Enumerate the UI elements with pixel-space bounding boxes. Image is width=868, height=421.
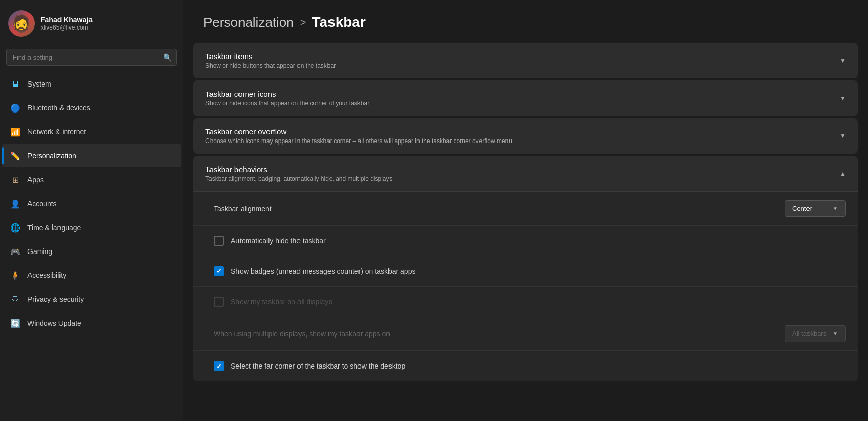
multiple-displays-row: When using multiple displays, show my ta… <box>193 317 858 351</box>
taskbar-items-chevron: ▼ <box>840 57 846 64</box>
accessibility-icon: 🧍 <box>10 270 20 280</box>
taskbar-behaviors-chevron: ▲ <box>840 170 846 177</box>
user-info: Fahad Khawaja xlive65@live.com <box>41 16 93 31</box>
system-icon: 🖥 <box>10 79 20 89</box>
sidebar-item-label: System <box>27 80 51 88</box>
taskbar-corner-overflow-header[interactable]: Taskbar corner overflow Choose which ico… <box>193 118 858 154</box>
alignment-row: Taskbar alignment Center ▼ <box>193 192 858 226</box>
user-name: Fahad Khawaja <box>41 16 93 24</box>
privacy-icon: 🛡 <box>10 294 20 304</box>
bluetooth-icon: 🔵 <box>10 103 20 113</box>
taskbar-items-header[interactable]: Taskbar items Show or hide buttons that … <box>193 43 858 78</box>
sidebar-item-label: Apps <box>27 176 44 184</box>
multiple-displays-dropdown[interactable]: All taskbars ▼ <box>785 325 846 342</box>
taskbar-corner-icons-title: Taskbar corner icons <box>205 90 369 98</box>
sidebar-item-label: Personalization <box>27 152 76 160</box>
user-email: xlive65@live.com <box>41 24 93 31</box>
main-content: Personalization > Taskbar Taskbar items … <box>183 0 868 421</box>
taskbar-behaviors-info: Taskbar behaviors Taskbar alignment, bad… <box>205 165 393 182</box>
alignment-value: Center <box>792 205 812 212</box>
search-box: 🔍 <box>6 49 177 66</box>
sidebar-item-time[interactable]: 🌐 Time & language <box>2 216 181 239</box>
taskbar-items-info: Taskbar items Show or hide buttons that … <box>205 52 336 69</box>
taskbar-corner-overflow-section: Taskbar corner overflow Choose which ico… <box>193 118 858 154</box>
sidebar-item-label: Windows Update <box>27 319 81 327</box>
alignment-dropdown[interactable]: Center ▼ <box>785 200 846 217</box>
taskbar-corner-icons-chevron: ▼ <box>840 95 846 102</box>
badges-row[interactable]: Show badges (unread messages counter) on… <box>193 256 858 287</box>
network-icon: 📶 <box>10 127 20 137</box>
sidebar-item-label: Gaming <box>27 247 52 256</box>
sidebar-item-bluetooth[interactable]: 🔵 Bluetooth & devices <box>2 96 181 120</box>
far-corner-checkbox[interactable] <box>214 361 224 371</box>
taskbar-corner-icons-section: Taskbar corner icons Show or hide icons … <box>193 80 858 116</box>
nav-menu: 🖥 System 🔵 Bluetooth & devices 📶 Network… <box>0 72 183 335</box>
all-displays-checkbox[interactable] <box>214 297 224 307</box>
settings-container: Taskbar items Show or hide buttons that … <box>183 43 868 404</box>
breadcrumb-parent[interactable]: Personalization <box>203 15 294 31</box>
taskbar-corner-icons-desc: Show or hide icons that appear on the co… <box>205 100 369 107</box>
sidebar-item-accounts[interactable]: 👤 Accounts <box>2 192 181 215</box>
sidebar-item-label: Privacy & security <box>27 295 84 303</box>
far-corner-label: Select the far corner of the taskbar to … <box>231 362 405 370</box>
taskbar-corner-overflow-desc: Choose which icons may appear in the tas… <box>205 137 512 145</box>
apps-icon: ⊞ <box>10 175 20 185</box>
badges-checkbox[interactable] <box>214 266 224 276</box>
sidebar-item-label: Time & language <box>27 223 81 232</box>
search-icon: 🔍 <box>163 53 172 62</box>
breadcrumb-separator: > <box>300 17 306 29</box>
sidebar-item-gaming[interactable]: 🎮 Gaming <box>2 240 181 263</box>
sidebar-item-label: Accessibility <box>27 271 66 279</box>
taskbar-behaviors-body: Taskbar alignment Center ▼ Automatically… <box>193 192 858 381</box>
multiple-displays-label: When using multiple displays, show my ta… <box>214 330 390 338</box>
auto-hide-checkbox[interactable] <box>214 236 224 246</box>
far-corner-row[interactable]: Select the far corner of the taskbar to … <box>193 351 858 381</box>
sidebar-item-label: Bluetooth & devices <box>27 104 91 112</box>
gaming-icon: 🎮 <box>10 246 20 257</box>
all-displays-row[interactable]: Show my taskbar on all displays <box>193 287 858 317</box>
search-input[interactable] <box>6 49 177 66</box>
page-header: Personalization > Taskbar <box>183 0 868 43</box>
taskbar-behaviors-header[interactable]: Taskbar behaviors Taskbar alignment, bad… <box>193 156 858 192</box>
alignment-label: Taskbar alignment <box>214 205 272 213</box>
auto-hide-label: Automatically hide the taskbar <box>231 237 326 245</box>
sidebar-item-accessibility[interactable]: 🧍 Accessibility <box>2 264 181 287</box>
taskbar-behaviors-title: Taskbar behaviors <box>205 165 393 174</box>
sidebar-item-personalization[interactable]: ✏️ Personalization <box>2 144 181 167</box>
avatar: 🧔 <box>8 10 35 37</box>
auto-hide-row[interactable]: Automatically hide the taskbar <box>193 226 858 256</box>
time-icon: 🌐 <box>10 222 20 233</box>
taskbar-corner-overflow-chevron: ▼ <box>840 132 846 139</box>
taskbar-behaviors-desc: Taskbar alignment, badging, automaticall… <box>205 175 393 182</box>
sidebar-item-windows-update[interactable]: 🔄 Windows Update <box>2 312 181 335</box>
taskbar-items-desc: Show or hide buttons that appear on the … <box>205 62 336 69</box>
sidebar: 🧔 Fahad Khawaja xlive65@live.com 🔍 🖥 Sys… <box>0 0 183 421</box>
sidebar-item-network[interactable]: 📶 Network & internet <box>2 120 181 144</box>
taskbar-corner-overflow-info: Taskbar corner overflow Choose which ico… <box>205 127 512 145</box>
personalization-icon: ✏️ <box>10 151 20 161</box>
taskbar-behaviors-section: Taskbar behaviors Taskbar alignment, bad… <box>193 156 858 381</box>
sidebar-item-privacy[interactable]: 🛡 Privacy & security <box>2 288 181 311</box>
taskbar-corner-overflow-title: Taskbar corner overflow <box>205 127 512 136</box>
accounts-icon: 👤 <box>10 199 20 209</box>
taskbar-corner-icons-info: Taskbar corner icons Show or hide icons … <box>205 90 369 107</box>
multiple-displays-dropdown-chevron: ▼ <box>833 331 838 336</box>
sidebar-item-label: Accounts <box>27 200 57 208</box>
badges-label: Show badges (unread messages counter) on… <box>231 267 415 275</box>
sidebar-item-system[interactable]: 🖥 System <box>2 72 181 96</box>
multiple-displays-value: All taskbars <box>792 330 826 338</box>
sidebar-item-apps[interactable]: ⊞ Apps <box>2 168 181 191</box>
taskbar-corner-icons-header[interactable]: Taskbar corner icons Show or hide icons … <box>193 80 858 116</box>
all-displays-label: Show my taskbar on all displays <box>231 298 332 306</box>
user-profile: 🧔 Fahad Khawaja xlive65@live.com <box>0 0 183 45</box>
windows-update-icon: 🔄 <box>10 318 20 328</box>
taskbar-items-section: Taskbar items Show or hide buttons that … <box>193 43 858 78</box>
sidebar-item-label: Network & internet <box>27 128 86 136</box>
page-title: Taskbar <box>312 14 365 31</box>
taskbar-items-title: Taskbar items <box>205 52 336 61</box>
alignment-dropdown-chevron: ▼ <box>833 206 838 211</box>
